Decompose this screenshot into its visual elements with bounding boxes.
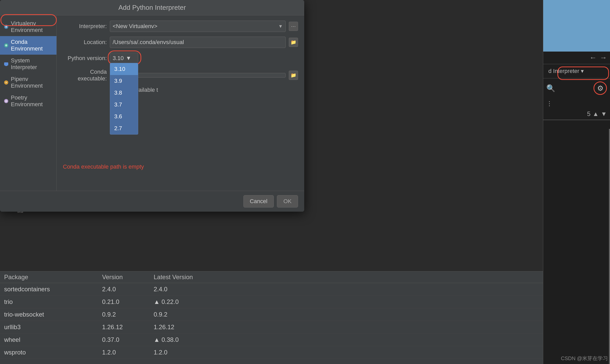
page-numbers: 5 ▲ ▼ xyxy=(543,109,610,119)
interpreter-type-sidebar: Virtualenv Environment Conda Environment… xyxy=(0,15,57,191)
interpreter-input[interactable]: <New Virtualenv> ▼ xyxy=(110,21,286,32)
conda-executable-browse-button[interactable]: 📁 xyxy=(289,71,298,80)
sidebar-item-virtualenv[interactable]: Virtualenv Environment xyxy=(0,18,56,36)
sidebar-label-virtualenv: Virtualenv Environment xyxy=(11,20,53,34)
table-row: urllib3 1.26.12 1.26.12 xyxy=(0,321,610,334)
conda-executable-row: Conda executable: 📁 xyxy=(63,69,298,82)
col-latest-header: Latest Version xyxy=(154,274,205,281)
page-number: 5 xyxy=(587,110,590,118)
poetry-icon xyxy=(4,98,9,104)
panel-controls: 🔍 ⚙ xyxy=(543,78,610,98)
packages-table: Package Version Latest Version sortedcon… xyxy=(0,271,610,364)
interpreter-dropdown-arrow: ▼ xyxy=(278,24,283,29)
add-interpreter-bar: d Interpreter ▾ xyxy=(543,64,610,78)
cancel-button[interactable]: Cancel xyxy=(243,195,274,208)
svg-rect-4 xyxy=(5,65,7,66)
sidebar-label-system: System Interpreter xyxy=(11,57,53,71)
col-package-header: Package xyxy=(4,274,102,281)
python-version-value: 3.10 xyxy=(113,55,124,62)
gear-button[interactable]: ⚙ xyxy=(593,81,607,95)
python-version-select[interactable]: 3.10 ▼ xyxy=(110,53,138,64)
csdn-watermark: CSDN @米芽在学习 xyxy=(561,355,608,362)
col-version-header: Version xyxy=(102,274,154,281)
sidebar-label-poetry: Poetry Environment xyxy=(11,94,53,108)
python-version-arrow: ▼ xyxy=(126,55,131,62)
interpreter-row: Interpreter: <New Virtualenv> ▼ ⋯ xyxy=(63,21,298,32)
scrollbar[interactable] xyxy=(609,129,610,364)
separator xyxy=(543,120,610,120)
svg-point-2 xyxy=(5,44,7,46)
nav-back-button[interactable]: ← xyxy=(589,54,597,62)
table-row: wheel 0.37.0 ▲ 0.38.0 xyxy=(0,334,610,346)
up-arrow[interactable]: ▲ xyxy=(592,110,599,118)
search-icon[interactable]: 🔍 xyxy=(546,84,555,93)
svg-rect-3 xyxy=(4,62,8,65)
error-message: Conda executable path is empty xyxy=(63,163,144,170)
ok-button[interactable]: OK xyxy=(277,195,298,208)
add-interpreter-dialog: Add Python Interpreter Virtualenv Enviro… xyxy=(0,0,304,212)
table-header: Package Version Latest Version xyxy=(0,271,610,283)
conda-executable-label: Conda executable: xyxy=(63,69,107,82)
system-icon xyxy=(4,61,9,67)
python-version-container: 3.10 ▼ 3.10 3.9 3.8 3.7 3.6 2.7 xyxy=(110,53,138,64)
location-input[interactable]: /Users/sa/.conda/envs/usual xyxy=(110,37,286,48)
python-version-dropdown: 3.10 3.9 3.8 3.7 3.6 2.7 xyxy=(110,63,138,135)
version-option-310[interactable]: 3.10 xyxy=(110,63,138,75)
pipenv-icon xyxy=(4,80,9,85)
table-row: trio-websocket 0.9.2 0.9.2 xyxy=(0,308,610,321)
interpreter-browse-button[interactable]: ⋯ xyxy=(289,22,298,31)
more-options[interactable]: ⋮ xyxy=(543,98,610,109)
right-panel-image xyxy=(543,0,610,52)
version-option-38[interactable]: 3.8 xyxy=(110,87,138,99)
virtualenv-icon xyxy=(4,24,9,29)
dialog-main-content: Interpreter: <New Virtualenv> ▼ ⋯ Locati… xyxy=(57,15,304,191)
dialog-title: Add Python Interpreter xyxy=(0,0,304,15)
table-row: sortedcontainers 2.4.0 2.4.0 xyxy=(0,283,610,296)
location-label: Location: xyxy=(63,39,107,46)
nav-forward-button[interactable]: → xyxy=(600,54,607,62)
conda-icon xyxy=(4,43,9,48)
location-browse-button[interactable]: 📁 xyxy=(289,38,298,47)
python-version-label: Python version: xyxy=(63,55,107,62)
table-row: wsproto 1.2.0 1.2.0 xyxy=(0,346,610,359)
sidebar-label-pipenv: Pipenv Environment xyxy=(11,76,53,89)
interpreter-value: <New Virtualenv> xyxy=(113,23,276,30)
sidebar-label-conda: Conda Environment xyxy=(11,39,53,52)
sidebar-item-conda[interactable]: Conda Environment xyxy=(0,36,56,55)
sidebar-item-pipenv[interactable]: Pipenv Environment xyxy=(0,73,56,92)
down-arrow[interactable]: ▼ xyxy=(601,110,607,118)
add-interpreter-button[interactable]: d Interpreter ▾ xyxy=(546,67,586,76)
version-option-37[interactable]: 3.7 xyxy=(110,99,138,111)
sidebar-item-poetry[interactable]: Poetry Environment xyxy=(0,92,56,110)
dialog-body: Virtualenv Environment Conda Environment… xyxy=(0,15,304,191)
right-panel: ← → d Interpreter ▾ 🔍 ⚙ ⋮ 5 ▲ ▼ CSDN @米芽… xyxy=(543,0,610,364)
python-version-row: Python version: 3.10 ▼ 3.10 3.9 3.8 xyxy=(63,53,298,64)
right-nav-bar: ← → xyxy=(543,52,610,64)
location-value: /Users/sa/.conda/envs/usual xyxy=(113,39,283,46)
dialog-footer: Cancel OK xyxy=(0,191,304,212)
version-option-36[interactable]: 3.6 xyxy=(110,111,138,122)
table-row: trio 0.21.0 ▲ 0.22.0 xyxy=(0,296,610,308)
version-option-27[interactable]: 2.7 xyxy=(110,122,138,134)
sidebar-item-system[interactable]: System Interpreter xyxy=(0,55,56,73)
location-row: Location: /Users/sa/.conda/envs/usual 📁 xyxy=(63,37,298,48)
interpreter-label: Interpreter: xyxy=(63,23,107,30)
version-option-39[interactable]: 3.9 xyxy=(110,75,138,87)
